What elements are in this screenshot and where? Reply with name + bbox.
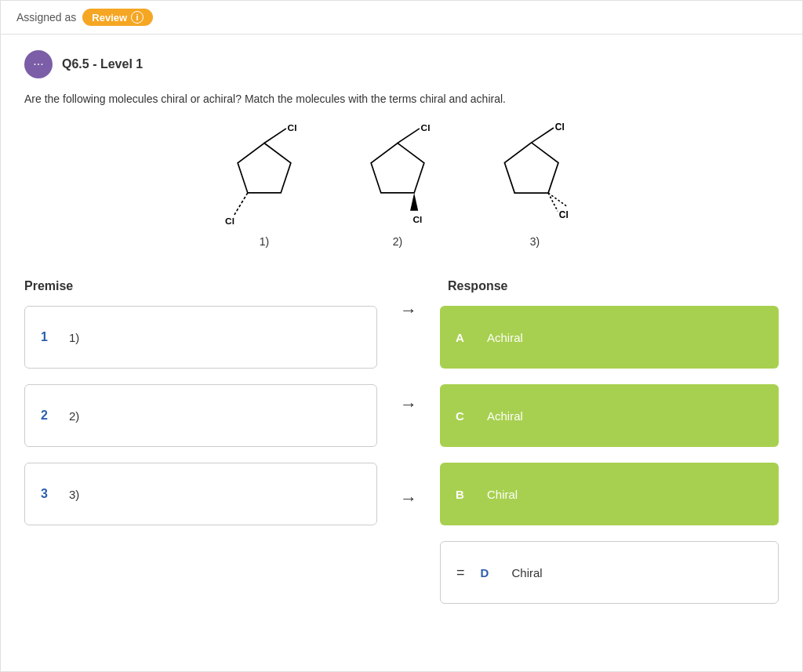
response-letter-c: C	[456, 409, 474, 423]
review-badge[interactable]: Review i	[82, 9, 153, 26]
info-icon: i	[131, 11, 144, 24]
molecules-container: Cl Cl 1) Cl Cl 2)	[24, 121, 779, 256]
premise-number-2: 2	[41, 409, 56, 423]
molecule-2-label: 2)	[393, 235, 402, 248]
premise-row-2[interactable]: 2 2)	[24, 384, 377, 447]
equals-icon: =	[456, 565, 465, 581]
svg-marker-8	[410, 193, 418, 211]
premise-item-1: 1)	[69, 331, 79, 344]
premise-item-3: 3)	[69, 488, 79, 501]
premise-item-2: 2)	[69, 409, 79, 423]
svg-text:Cl: Cl	[559, 209, 569, 220]
svg-marker-10	[504, 143, 558, 193]
response-row-d[interactable]: = D Chiral	[440, 541, 779, 604]
arrow-1: →	[377, 279, 440, 342]
svg-text:Cl: Cl	[412, 214, 422, 225]
response-row-b[interactable]: B Chiral	[440, 463, 779, 525]
response-letter-a: A	[456, 331, 474, 344]
svg-marker-0	[238, 143, 291, 192]
svg-text:Cl: Cl	[225, 216, 234, 227]
svg-line-1	[264, 129, 286, 143]
response-letter-b: B	[456, 488, 474, 501]
question-header: ··· Q6.5 - Level 1	[24, 50, 779, 78]
response-header: Response	[440, 279, 779, 293]
response-row-a[interactable]: A Achiral	[440, 306, 779, 369]
arrow-3: →	[377, 467, 440, 530]
premise-header: Premise	[24, 279, 377, 293]
response-label-a: Achiral	[487, 331, 523, 344]
svg-marker-5	[371, 143, 424, 192]
svg-line-6	[398, 129, 420, 143]
svg-text:Cl: Cl	[288, 122, 297, 133]
premise-column: Premise 1 1) 2 2) 3 3)	[24, 279, 377, 541]
molecule-1-label: 1)	[260, 235, 269, 248]
premise-number-1: 1	[41, 330, 56, 344]
question-title: Q6.5 - Level 1	[62, 57, 143, 71]
molecule-2: Cl Cl 2)	[354, 129, 441, 248]
page-container: Assigned as Review i ··· Q6.5 - Level 1 …	[0, 0, 803, 672]
molecule-1: Cl Cl 1)	[221, 129, 307, 248]
response-row-c[interactable]: C Achiral	[440, 384, 779, 447]
review-label: Review	[92, 12, 127, 24]
response-letter-d: D	[481, 566, 500, 579]
molecule-3: Cl Cl 3)	[488, 129, 582, 248]
svg-text:Cl: Cl	[555, 122, 565, 133]
columns-container: Premise 1 1) 2 2) 3 3) → → →	[24, 279, 779, 619]
question-section: ··· Q6.5 - Level 1 Are the following mol…	[1, 35, 802, 643]
question-icon: ···	[24, 50, 53, 78]
svg-line-3	[234, 193, 248, 215]
premise-row-1[interactable]: 1 1)	[24, 306, 377, 369]
premise-row-3[interactable]: 3 3)	[24, 463, 377, 525]
response-label-d: Chiral	[512, 566, 543, 579]
response-column: Response A Achiral C Achiral B Chiral	[440, 279, 779, 619]
response-label-b: Chiral	[487, 488, 518, 501]
svg-line-14	[548, 193, 567, 206]
arrow-2: →	[377, 373, 440, 436]
svg-line-11	[532, 128, 554, 143]
assigned-label: Assigned as	[16, 11, 76, 24]
question-text: Are the following molecules chiral or ac…	[24, 93, 779, 105]
premise-number-3: 3	[41, 487, 56, 501]
molecule-3-label: 3)	[530, 235, 540, 248]
top-bar: Assigned as Review i	[1, 1, 802, 35]
svg-text:Cl: Cl	[421, 122, 431, 133]
arrow-column: → → →	[377, 279, 440, 546]
response-label-c: Achiral	[487, 409, 523, 423]
